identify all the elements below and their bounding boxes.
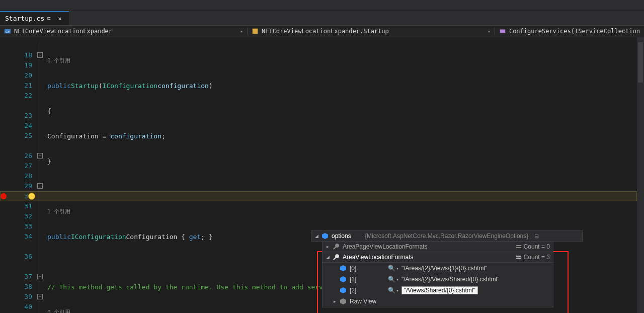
outline-collapse-icon[interactable]: − <box>37 183 43 189</box>
text-visualizer-icon[interactable]: 🔍▾ <box>388 287 398 294</box>
spacer <box>326 277 330 282</box>
line-number: 18 <box>7 50 35 60</box>
nav-bar: C# NETCoreViewLocationExpander ▾ NETCore… <box>0 25 644 37</box>
outline-collapse-icon[interactable]: − <box>37 294 43 299</box>
file-tab[interactable]: Startup.cs ⊏ ✕ <box>0 11 69 25</box>
nav-class[interactable]: NETCoreViewLocationExpander.Startup ▾ <box>247 28 495 35</box>
vertical-scrollbar[interactable] <box>637 37 644 313</box>
line-number: 22 <box>7 91 35 101</box>
nav-member-label: ConfigureServices(IServiceCollection <box>509 28 640 35</box>
svg-text:C#: C# <box>6 30 10 34</box>
outline-collapse-icon[interactable]: − <box>37 52 43 58</box>
pin-icon[interactable]: ⊏ <box>47 15 51 22</box>
blank-line-number <box>7 262 35 272</box>
datatip-name: AreaPageViewLocationFormats <box>343 243 453 250</box>
datatip-name: AreaViewLocationFormats <box>343 254 453 261</box>
text-visualizer-icon[interactable]: 🔍▾ <box>388 276 398 283</box>
datatip-count: Count = 0 <box>516 243 550 250</box>
debugger-datatip[interactable]: ◢ options {Microsoft.AspNetCore.Mvc.Razo… <box>311 230 583 307</box>
collapse-icon[interactable]: ◢ <box>326 255 330 260</box>
spacer <box>326 288 330 293</box>
blank-line-number <box>7 40 35 50</box>
datatip-property-row[interactable]: ▸ AreaPageViewLocationFormats Count = 0 <box>322 241 553 252</box>
line-number-gutter: 18 19 20 21 22 23 24 25 26 27 28 29 30 3… <box>7 37 35 313</box>
code-line: } <box>47 156 644 166</box>
scrollbar-thumb[interactable] <box>638 42 643 83</box>
svg-rect-2 <box>253 29 258 34</box>
datatip-item-row[interactable]: [1] 🔍▾ "/Areas/{2}/Views/Shared/{0}.csht… <box>323 274 553 285</box>
csharp-project-icon: C# <box>4 28 11 35</box>
outline-guide <box>40 42 40 313</box>
spacer <box>326 299 330 304</box>
line-number: 29 <box>7 181 35 191</box>
datatip-item-row[interactable]: [2] 🔍▾ "/Views/Shared/{0}.cshtml" <box>323 285 553 296</box>
datatip-item-row[interactable]: [0] 🔍▾ "/Areas/{2}/Views/{1}/{0}.cshtml" <box>323 263 553 274</box>
svg-marker-12 <box>340 298 346 304</box>
count-icon <box>516 244 522 250</box>
code-line: Configuration = configuration; <box>47 131 644 141</box>
text-visualizer-icon[interactable]: 🔍▾ <box>388 265 398 272</box>
lightbulb-icon[interactable] <box>28 193 35 200</box>
svg-marker-11 <box>340 287 346 293</box>
svg-rect-6 <box>516 247 521 248</box>
datatip-rawview-label: Raw View <box>350 298 376 305</box>
breakpoint-icon[interactable] <box>1 193 7 199</box>
line-number: 24 <box>7 121 35 131</box>
codelens[interactable]: 0 个引用 <box>47 55 644 65</box>
method-icon <box>499 28 506 35</box>
code-line: { <box>47 106 644 116</box>
nav-member[interactable]: ConfigureServices(IServiceCollection <box>495 28 644 35</box>
line-number: 27 <box>7 161 35 171</box>
line-number: 20 <box>7 70 35 81</box>
variable-icon <box>321 232 329 240</box>
nav-project-label: NETCoreViewLocationExpander <box>14 28 112 35</box>
nav-project[interactable]: C# NETCoreViewLocationExpander ▾ <box>0 28 247 35</box>
blank-line-number <box>7 242 35 252</box>
outline-collapse-icon[interactable]: − <box>37 274 43 279</box>
blank-line-number <box>7 101 35 111</box>
svg-marker-10 <box>340 276 346 282</box>
line-number: 37 <box>7 272 35 282</box>
blank-line-number <box>7 141 35 151</box>
codelens[interactable]: 1 个引用 <box>47 206 644 216</box>
variable-icon <box>340 276 347 283</box>
line-number: 19 <box>7 60 35 70</box>
line-number: 25 <box>7 131 35 141</box>
expand-icon[interactable]: ▸ <box>333 299 337 304</box>
svg-marker-4 <box>322 233 328 239</box>
datatip-count: Count = 3 <box>516 254 550 261</box>
datatip-property-row[interactable]: ◢ AreaViewLocationFormats Count = 3 <box>322 252 553 263</box>
line-number: 26 <box>7 151 35 161</box>
line-number: 38 <box>7 282 35 292</box>
line-number: 28 <box>7 171 35 181</box>
variable-icon <box>340 265 347 272</box>
svg-rect-8 <box>516 258 521 259</box>
expand-icon[interactable]: ▸ <box>326 244 330 249</box>
wrench-icon <box>333 254 340 261</box>
line-number: 32 <box>7 211 35 221</box>
datatip-expanded-group: ◢ AreaViewLocationFormats Count = 3 [0] … <box>322 252 583 307</box>
datatip-name: options <box>332 232 362 240</box>
expand-icon[interactable]: ◢ <box>314 233 318 239</box>
pin-icon[interactable]: ⊟ <box>534 233 539 240</box>
breakpoint-gutter[interactable] <box>0 37 7 313</box>
count-icon <box>516 254 522 260</box>
wrench-icon <box>333 243 340 250</box>
svg-marker-9 <box>340 265 346 271</box>
code-line: public Startup(IConfiguration configurat… <box>47 81 644 91</box>
code-editor[interactable]: 18 19 20 21 22 23 24 25 26 27 28 29 30 3… <box>0 37 644 313</box>
outline-collapse-icon[interactable]: − <box>37 153 43 159</box>
datatip-root-row[interactable]: ◢ options {Microsoft.AspNetCore.Mvc.Razo… <box>311 230 583 242</box>
datatip-rawview-row[interactable]: ▸ Raw View <box>323 296 553 307</box>
line-number: 23 <box>7 111 35 121</box>
close-icon[interactable]: ✕ <box>56 15 64 23</box>
outlining-gutter[interactable]: − − − − − <box>35 37 47 313</box>
line-number: 36 <box>7 252 35 262</box>
spacer <box>326 266 330 271</box>
datatip-value-selected[interactable]: "/Views/Shared/{0}.cshtml" <box>401 286 478 294</box>
svg-rect-5 <box>516 245 521 246</box>
datatip-value: {Microsoft.AspNetCore.Mvc.Razor.RazorVie… <box>365 232 528 240</box>
top-toolbar <box>0 0 644 11</box>
chevron-down-icon: ▾ <box>488 29 491 34</box>
variable-icon <box>340 287 347 294</box>
